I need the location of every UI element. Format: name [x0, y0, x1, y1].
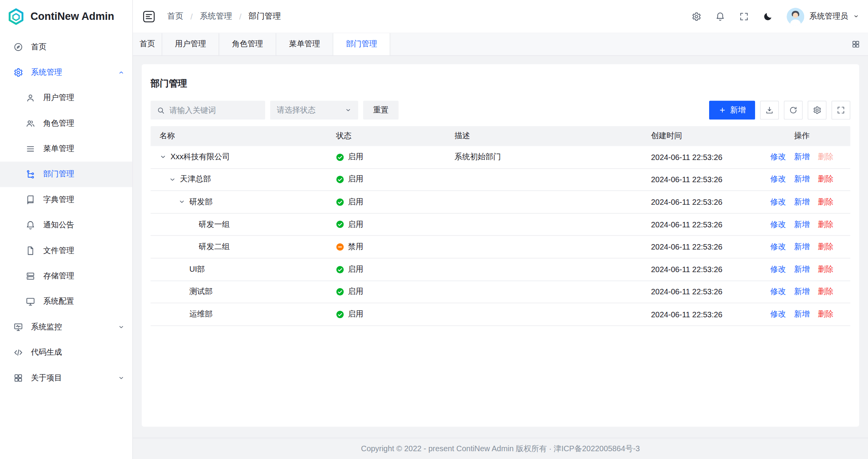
edit-action-link[interactable]: 修改: [770, 152, 786, 162]
user-menu[interactable]: 系统管理员: [787, 7, 859, 25]
add-button-label: 新增: [730, 105, 746, 115]
sidebar-item-user-management[interactable]: 用户管理: [0, 85, 132, 111]
status-text: 启用: [348, 264, 363, 274]
actions-cell: 修改 新增 删除: [754, 310, 850, 320]
sidebar-collapse-button[interactable]: [142, 9, 156, 23]
settings-icon: [813, 106, 822, 115]
delete-action-link[interactable]: 删除: [818, 264, 833, 274]
page-title: 部门管理: [151, 73, 850, 91]
sidebar-item-code-generation[interactable]: 代码生成: [0, 340, 132, 365]
fullscreen-icon: [836, 106, 845, 115]
expand-caret-icon[interactable]: [178, 198, 189, 206]
sidebar-item-label: 用户管理: [43, 93, 125, 103]
delete-action-link[interactable]: 删除: [818, 220, 833, 230]
sidebar-item-system-monitor[interactable]: 系统监控: [0, 314, 132, 339]
expand-caret-icon[interactable]: [169, 176, 180, 183]
actions-cell: 修改 新增 删除: [754, 220, 850, 230]
edit-action-link[interactable]: 修改: [770, 310, 786, 320]
add-action-link[interactable]: 新增: [794, 220, 810, 230]
sidebar-item-about-project[interactable]: 关于项目: [0, 365, 132, 390]
sidebar-item-home[interactable]: 首页: [0, 34, 132, 60]
sidebar-menu: 首页 系统管理 用户管理 角色管理 菜单管理 部门管理: [0, 33, 132, 390]
add-action-link[interactable]: 新增: [794, 242, 810, 252]
fullscreen-icon: [739, 11, 749, 21]
created-time-cell: 2024-06-11 22:53:26: [642, 197, 754, 206]
add-action-link[interactable]: 新增: [794, 287, 810, 297]
sidebar-item-system-management[interactable]: 系统管理: [0, 60, 132, 85]
edit-action-link[interactable]: 修改: [770, 264, 786, 274]
status-cell: 启用: [327, 287, 445, 297]
export-button[interactable]: [760, 101, 779, 120]
sidebar-item-dict-management[interactable]: 字典管理: [0, 187, 132, 212]
edit-action-link[interactable]: 修改: [770, 287, 786, 297]
edit-action-link[interactable]: 修改: [770, 220, 786, 230]
add-action-link[interactable]: 新增: [794, 197, 810, 207]
tabs-actions-button[interactable]: [843, 33, 868, 55]
add-action-link[interactable]: 新增: [794, 264, 810, 274]
status-text: 禁用: [348, 242, 363, 252]
actions-cell: 修改 新增 删除: [754, 264, 850, 274]
delete-action-link[interactable]: 删除: [818, 310, 833, 320]
add-action-link[interactable]: 新增: [794, 174, 810, 185]
status-select[interactable]: 请选择状态: [270, 101, 358, 120]
status-disabled-icon: [336, 243, 344, 251]
tab-home[interactable]: 首页: [133, 33, 162, 55]
chevron-down-icon: [118, 324, 125, 331]
sidebar-item-label: 菜单管理: [43, 144, 125, 154]
edit-action-link[interactable]: 修改: [770, 197, 786, 207]
sidebar-item-storage-management[interactable]: 存储管理: [0, 264, 132, 289]
chevron-down-icon: [853, 13, 859, 19]
search-icon: [157, 106, 165, 114]
dept-name: 研发一组: [199, 220, 230, 230]
delete-action-link[interactable]: 删除: [818, 174, 833, 185]
tab-department-management[interactable]: 部门管理: [333, 33, 390, 55]
fullscreen-button[interactable]: [739, 11, 749, 21]
sidebar-item-department-management[interactable]: 部门管理: [0, 162, 132, 187]
tab-user-management[interactable]: 用户管理: [162, 33, 219, 55]
dept-name: 运维部: [189, 310, 213, 320]
sidebar-item-label: 文件管理: [43, 246, 125, 256]
breadcrumb-item-home[interactable]: 首页: [167, 11, 183, 21]
add-button[interactable]: 新增: [709, 101, 755, 120]
user-name: 系统管理员: [809, 11, 848, 21]
search-input[interactable]: [169, 106, 259, 115]
notification-button[interactable]: [715, 11, 725, 21]
dept-name: 研发部: [189, 197, 213, 207]
sidebar-item-notice[interactable]: 通知公告: [0, 213, 132, 238]
delete-action-link[interactable]: 删除: [818, 242, 833, 252]
settings-button[interactable]: [692, 11, 702, 21]
org-tree-icon: [25, 169, 35, 179]
status-cell: 启用: [327, 310, 445, 320]
add-action-link[interactable]: 新增: [794, 310, 810, 320]
refresh-button[interactable]: [784, 101, 803, 120]
breadcrumb-item-current: 部门管理: [248, 11, 280, 21]
table-row: 运维部 启用 2024-06-11 22:53:26 修改 新增 删除: [151, 303, 850, 326]
edit-action-link[interactable]: 修改: [770, 242, 786, 252]
edit-action-link[interactable]: 修改: [770, 174, 786, 185]
table-row: 研发部 启用 2024-06-11 22:53:26 修改 新增 删除: [151, 191, 850, 214]
name-cell: 研发二组: [151, 242, 327, 252]
keyword-search: [151, 101, 265, 120]
column-settings-button[interactable]: [808, 101, 826, 120]
sidebar-item-label: 代码生成: [31, 348, 125, 358]
theme-toggle-button[interactable]: [763, 11, 773, 21]
sidebar-item-system-config[interactable]: 系统配置: [0, 289, 132, 314]
tab-role-management[interactable]: 角色管理: [219, 33, 276, 55]
plus-icon: [718, 106, 726, 114]
tab-menu-management[interactable]: 菜单管理: [276, 33, 333, 55]
app-logo[interactable]: ContiNew Admin: [0, 0, 132, 33]
chevron-down-icon: [345, 107, 352, 113]
reset-button[interactable]: 重置: [363, 101, 399, 120]
sidebar-item-file-management[interactable]: 文件管理: [0, 238, 132, 263]
add-action-link[interactable]: 新增: [794, 152, 810, 162]
expand-caret-icon[interactable]: [159, 153, 170, 161]
sidebar-item-menu-management[interactable]: 菜单管理: [0, 136, 132, 162]
delete-action-link[interactable]: 删除: [818, 287, 833, 297]
sidebar-item-role-management[interactable]: 角色管理: [0, 111, 132, 136]
status-enabled-icon: [336, 266, 344, 274]
table-fullscreen-button[interactable]: [831, 101, 850, 120]
delete-action-link[interactable]: 删除: [818, 197, 833, 207]
breadcrumb-item-system[interactable]: 系统管理: [200, 11, 232, 21]
column-header-name: 名称: [151, 126, 327, 146]
status-cell: 启用: [327, 174, 445, 185]
